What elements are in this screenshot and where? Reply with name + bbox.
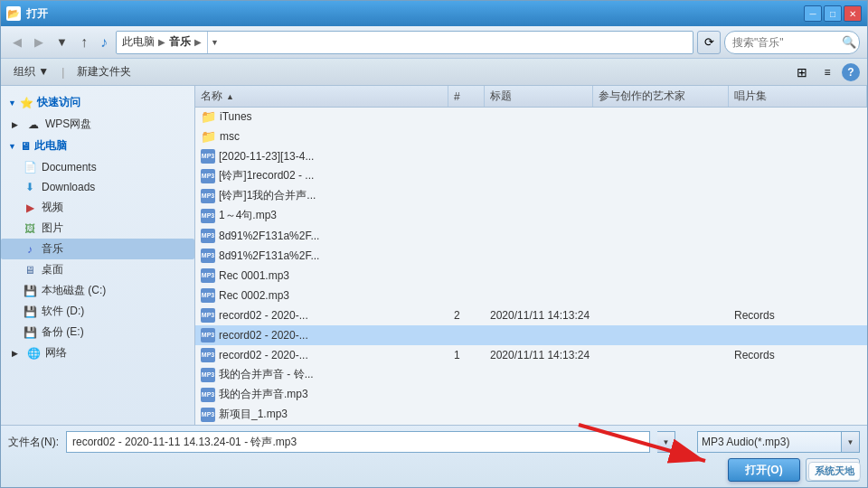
path-dropdown-button[interactable]: ▼ xyxy=(207,32,222,53)
dropdown-nav-icon: ▼ xyxy=(56,35,68,49)
table-row[interactable]: MP3Rec 0002.mp3 xyxy=(195,286,867,305)
col-header-number[interactable]: # xyxy=(448,86,485,107)
file-title-cell xyxy=(485,325,593,344)
file-artist-cell xyxy=(593,345,729,364)
drive-c-icon: 💾 xyxy=(23,284,37,298)
table-row[interactable]: MP38d91%2F131a%2F... xyxy=(195,246,867,266)
file-name-cell: MP38d91%2F131a%2F... xyxy=(195,226,448,245)
organize-button[interactable]: 组织 ▼ xyxy=(8,62,54,81)
folder-icon: 📁 xyxy=(201,129,216,144)
file-title-cell xyxy=(485,286,593,305)
action-bar: 组织 ▼ | 新建文件夹 ⊞ ≡ ? xyxy=(1,59,867,86)
back-button[interactable]: ◀ xyxy=(8,33,26,52)
table-row[interactable]: MP3新项目_1.mp3 xyxy=(195,405,867,425)
sidebar-section-this-pc[interactable]: ▼ 🖥 此电脑 xyxy=(1,135,194,157)
search-button[interactable]: 🔍 xyxy=(842,35,856,49)
table-row[interactable]: 📁iTunes xyxy=(195,108,867,127)
file-list-header: 名称 ▲ # 标题 参与创作的艺术家 唱片集 xyxy=(195,86,867,108)
path-music[interactable]: 音乐 xyxy=(169,34,191,50)
filename-dropdown-button[interactable]: ▼ xyxy=(657,431,675,453)
table-row[interactable]: MP3Rec 0001.mp3 xyxy=(195,266,867,286)
table-row[interactable]: 📁msc xyxy=(195,127,867,146)
music-label: 音乐 xyxy=(42,241,63,257)
sidebar-item-desktop[interactable]: 🖥 桌面 xyxy=(1,259,194,280)
filetype-input[interactable] xyxy=(697,431,842,453)
new-folder-button[interactable]: 新建文件夹 xyxy=(71,62,137,81)
chevron-icon-network: ▶ xyxy=(12,349,18,358)
sidebar-item-drive-e[interactable]: 💾 备份 (E:) xyxy=(1,322,194,343)
sidebar-item-network[interactable]: ▶ 🌐 网络 xyxy=(1,343,194,363)
mp3-icon: MP3 xyxy=(201,169,215,183)
downloads-label: Downloads xyxy=(42,181,95,193)
minimize-button[interactable]: ─ xyxy=(804,5,822,22)
up-button[interactable]: ↑ xyxy=(76,32,92,53)
file-artist-cell xyxy=(593,266,729,285)
file-album-cell xyxy=(729,206,867,225)
file-title-cell xyxy=(485,405,593,424)
chevron-down-icon-pc: ▼ xyxy=(8,142,16,151)
close-button[interactable]: ✕ xyxy=(844,5,862,22)
table-row[interactable]: MP3我的合并声音 - 铃... xyxy=(195,365,867,385)
file-album-cell: Records xyxy=(729,305,867,324)
sidebar-item-documents[interactable]: 📄 Documents xyxy=(1,157,194,177)
filetype-dropdown-button[interactable]: ▼ xyxy=(842,431,860,453)
table-row[interactable]: MP3[2020-11-23][13-4... xyxy=(195,146,867,166)
col-header-artist[interactable]: 参与创作的艺术家 xyxy=(593,86,729,107)
search-input[interactable] xyxy=(724,31,860,54)
mp3-icon: MP3 xyxy=(201,268,215,283)
table-row[interactable]: MP3record02 - 2020-...12020/11/11 14:13:… xyxy=(195,345,867,365)
filename-label: 文件名(N): xyxy=(8,435,59,450)
file-num-cell xyxy=(448,127,485,145)
bottom-area: 文件名(N): ▼ ▼ 打开(O) 取消 xyxy=(1,425,867,487)
action-divider: | xyxy=(61,66,64,79)
pictures-icon: 🖼 xyxy=(23,221,37,236)
table-row[interactable]: MP3record02 - 2020-... xyxy=(195,325,867,345)
sidebar-item-downloads[interactable]: ⬇ Downloads xyxy=(1,177,194,197)
sidebar-item-drive-d[interactable]: 💾 软件 (D:) xyxy=(1,301,194,322)
col-header-name[interactable]: 名称 ▲ xyxy=(195,86,448,107)
drive-e-icon: 💾 xyxy=(23,325,37,340)
music-library-button[interactable]: ♪ xyxy=(96,32,112,53)
toolbar: ◀ ▶ ▼ ↑ ♪ 此电脑 ▶ 音乐 ▶ ▼ ⟳ 🔍 xyxy=(1,26,867,59)
table-row[interactable]: MP3record02 - 2020-...22020/11/11 14:13:… xyxy=(195,305,867,325)
sidebar-item-drive-c[interactable]: 💾 本地磁盘 (C:) xyxy=(1,280,194,301)
view-list-button[interactable]: ≡ xyxy=(816,61,838,83)
col-header-album[interactable]: 唱片集 xyxy=(729,86,867,107)
file-name-cell: MP3[铃声]1record02 - ... xyxy=(195,166,448,185)
sidebar-section-quick-access[interactable]: ▼ ⭐ 快速访问 xyxy=(1,91,194,114)
file-artist-cell xyxy=(593,365,729,384)
mp3-icon: MP3 xyxy=(201,229,215,243)
refresh-button[interactable]: ⟳ xyxy=(697,31,721,54)
table-row[interactable]: MP3[铃声]1record02 - ... xyxy=(195,166,867,186)
sidebar-item-music[interactable]: ♪ 音乐 xyxy=(1,239,194,259)
filename-input[interactable] xyxy=(66,431,650,453)
maximize-button[interactable]: □ xyxy=(824,5,842,22)
table-row[interactable]: MP3[铃声]1我的合并声... xyxy=(195,186,867,206)
file-artist-cell xyxy=(593,186,729,205)
file-name-cell: 📁msc xyxy=(195,127,448,145)
file-num-cell xyxy=(448,186,485,205)
open-button[interactable]: 打开(O) xyxy=(728,458,800,482)
file-title-cell: 2020/11/11 14:13:24 xyxy=(485,305,593,324)
sidebar-item-pictures[interactable]: 🖼 图片 xyxy=(1,218,194,239)
file-num-cell xyxy=(448,206,485,225)
dropdown-nav-button[interactable]: ▼ xyxy=(52,33,72,52)
desktop-label: 桌面 xyxy=(42,262,63,277)
refresh-icon: ⟳ xyxy=(704,35,714,49)
table-row[interactable]: MP31～4句.mp3 xyxy=(195,206,867,226)
view-details-button[interactable]: ⊞ xyxy=(791,61,813,83)
forward-button[interactable]: ▶ xyxy=(30,33,48,52)
file-title-cell xyxy=(485,246,593,265)
table-row[interactable]: MP38d91%2F131a%2F... xyxy=(195,226,867,246)
file-list-container: 名称 ▲ # 标题 参与创作的艺术家 唱片集 📁iTunes� xyxy=(195,86,867,425)
file-list-scroll[interactable]: 📁iTunes📁mscMP3[2020-11-23][13-4...MP3[铃声… xyxy=(195,108,867,425)
table-row[interactable]: MP3我的合并声音.mp3 xyxy=(195,385,867,405)
mp3-icon: MP3 xyxy=(201,388,215,402)
file-artist-cell xyxy=(593,127,729,145)
path-pc[interactable]: 此电脑 xyxy=(122,34,155,50)
help-button[interactable]: ? xyxy=(842,63,860,81)
sidebar-item-wps-cloud[interactable]: ▶ ☁ WPS网盘 xyxy=(1,114,194,135)
sidebar-item-videos[interactable]: ▶ 视频 xyxy=(1,197,194,218)
drive-e-label: 备份 (E:) xyxy=(42,324,84,340)
col-header-title[interactable]: 标题 xyxy=(485,86,593,107)
